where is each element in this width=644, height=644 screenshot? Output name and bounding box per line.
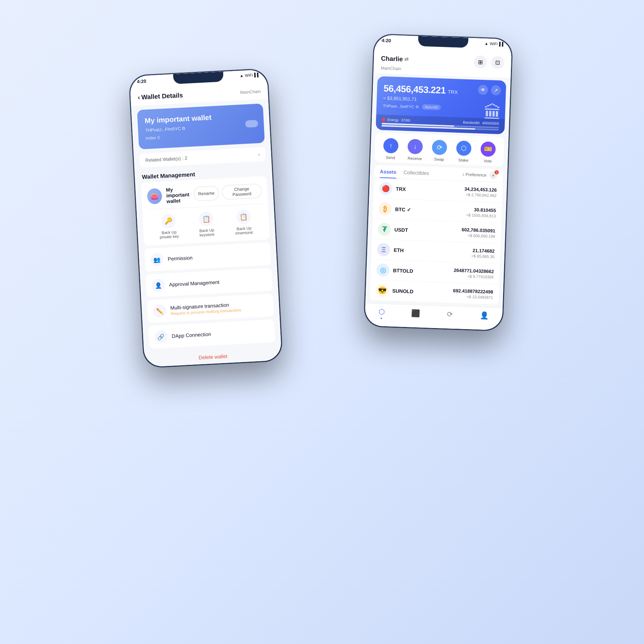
add-asset-button[interactable]: + 1 xyxy=(489,171,497,180)
sun-icon: 😎 xyxy=(376,284,389,297)
header-chain: MainChain xyxy=(240,89,261,95)
asset-row-sun[interactable]: 😎 SUNOLD 692.418878222498 ≈$ 13.5483871 xyxy=(370,280,499,305)
header-title: Wallet Details xyxy=(141,92,183,101)
back-icon: ‹ xyxy=(138,94,140,101)
balance-card: 👁 ↗ 56,456,453.221 TRX ≈ $3,951,951.71 T… xyxy=(376,76,506,134)
btt-name: BTTOLD xyxy=(393,268,413,274)
tab-collectibles[interactable]: Collectibles xyxy=(403,166,429,180)
swap-nav-icon: ⟳ xyxy=(447,310,453,319)
eye-button[interactable]: 👁 xyxy=(478,85,488,95)
swap-action[interactable]: ⟳ Swap xyxy=(431,140,447,161)
eth-name: ETH xyxy=(394,247,404,253)
sun-values: 692.418878222498 ≈$ 13.5483871 xyxy=(453,288,493,299)
asset-list: 🔴 TRX 34,234,453.126 ≈$ 2,760,842,982 ₿ … xyxy=(370,178,503,305)
nav-profile[interactable]: 👤 xyxy=(480,311,489,323)
tab-assets[interactable]: Assets xyxy=(380,165,396,179)
sun-name: SUNOLD xyxy=(392,288,414,294)
balance-currency: TRX xyxy=(448,89,458,95)
usdt-name: USDT xyxy=(394,227,408,233)
btc-icon: ₿ xyxy=(379,202,392,215)
right-notch xyxy=(418,36,468,48)
scan-button[interactable]: ⊞ xyxy=(474,55,487,68)
wallet-action-buttons: Rename Change Password xyxy=(193,184,262,201)
multisig-menu-item[interactable]: ✏️ Multi-signature transaction Request o… xyxy=(147,293,274,323)
wallet-toggle[interactable] xyxy=(245,120,258,128)
eth-icon: Ξ xyxy=(377,243,390,256)
balance-card-icons: 👁 ↗ xyxy=(478,85,501,96)
change-password-button[interactable]: Change Password xyxy=(221,184,262,200)
expand-button[interactable]: ↗ xyxy=(491,85,501,96)
rename-button[interactable]: Rename xyxy=(193,186,219,201)
non-hd-badge: Non-HD xyxy=(422,104,441,110)
stack-nav-icon: ⬛ xyxy=(411,309,420,318)
vote-action[interactable]: 🎫 Vote xyxy=(480,141,496,163)
assets-nav-icon: ⬡ xyxy=(378,307,385,316)
switch-button[interactable]: ⊡ xyxy=(491,56,504,69)
wallet-mgmt-name: My important wallet xyxy=(166,186,190,204)
trx-name: TRX xyxy=(396,186,406,192)
dapp-label: DApp Connection xyxy=(172,331,211,339)
btt-values: 2648771.04328662 ≈$ 6.77419355 xyxy=(454,267,494,279)
stake-action[interactable]: ⬡ Stake xyxy=(456,141,472,162)
eth-values: 21.174682 ≈$ 85,885.35 xyxy=(472,248,495,259)
permission-label: Permission xyxy=(167,255,192,262)
approval-menu-item[interactable]: 👤 Approval Management xyxy=(146,268,273,297)
tab-actions: ↕ Preference + 1 xyxy=(462,168,497,182)
copy-icon[interactable]: ⧉ xyxy=(182,126,186,131)
right-status-icons: ▲ WiFi ▌▌ xyxy=(484,41,505,46)
header-actions: ⊞ ⊡ xyxy=(474,55,504,69)
dapp-menu-item[interactable]: 🔗 DApp Connection xyxy=(148,319,275,348)
usdt-icon: ₮ xyxy=(378,223,391,236)
tron-icon xyxy=(382,118,385,121)
nav-assets[interactable]: ⬡ xyxy=(378,307,385,319)
btt-icon: ◎ xyxy=(376,263,390,277)
addr-copy-icon[interactable]: ⧉ xyxy=(416,104,419,109)
balance-address: THPwer...5wtFYC ⧉ Non-HD xyxy=(383,103,499,112)
wallet-avatar: 👛 xyxy=(147,188,162,204)
bottom-nav: ⬡ ⬛ ⟳ 👤 xyxy=(365,303,503,330)
backup-keystore[interactable]: 📋 Back Upkeystore xyxy=(199,211,215,237)
left-phone: 4:20 ▲ WiFi ▌▌ ‹ Wallet Details MainChai… xyxy=(128,68,283,368)
right-phone: 4:20 ▲ WiFi ▌▌ Charlie ⇄ xyxy=(364,33,513,331)
back-button[interactable]: ‹ Wallet Details xyxy=(138,92,183,102)
wallet-card: My important wallet THPvaU...Fhn5YC ⧉ In… xyxy=(137,103,265,149)
nav-stack[interactable]: ⬛ xyxy=(411,309,420,321)
usdt-values: 602,786.035091 ≈$ 606,000.199 xyxy=(462,227,496,238)
preference-button[interactable]: ↕ Preference xyxy=(462,172,487,177)
receive-action[interactable]: ↓ Receive xyxy=(407,139,423,161)
backup-private-key[interactable]: 🔑 Back Upprivate key xyxy=(158,213,179,239)
left-status-icons: ▲ WiFi ▌▌ xyxy=(239,73,260,78)
trx-icon: 🔴 xyxy=(379,182,392,195)
left-status-time: 4:20 xyxy=(137,78,146,84)
wallet-management-card: 👛 My important wallet Rename Change Pass… xyxy=(141,176,270,246)
balance-amount: 56,456,453.221 xyxy=(384,83,446,96)
backup-mnemonic[interactable]: 📋 Back Upmnemonic xyxy=(234,209,253,235)
user-name: Charlie ⇄ xyxy=(381,55,409,63)
profile-nav-icon: 👤 xyxy=(480,311,489,320)
nav-swap[interactable]: ⟳ xyxy=(447,310,453,322)
backup-row: 🔑 Back Upprivate key 📋 Back Upkeystore 📋… xyxy=(148,204,264,240)
send-action[interactable]: ↑ Send xyxy=(383,138,399,160)
permission-menu-item[interactable]: 👥 Permission xyxy=(144,242,271,272)
right-status-time: 4:20 xyxy=(382,38,391,43)
actions-row: ↑ Send ↓ Receive ⟳ Swap ⬡ Stake xyxy=(375,133,504,167)
trx-values: 34,234,453.126 ≈$ 2,760,842,982 xyxy=(464,186,497,197)
approval-label: Approval Management xyxy=(169,279,220,287)
delete-wallet-button[interactable]: Delete wallet xyxy=(144,345,282,367)
btc-name: BTC ✓ xyxy=(395,206,411,213)
btc-values: 30.810455 ≈$ 1555,934,813 xyxy=(466,206,496,218)
